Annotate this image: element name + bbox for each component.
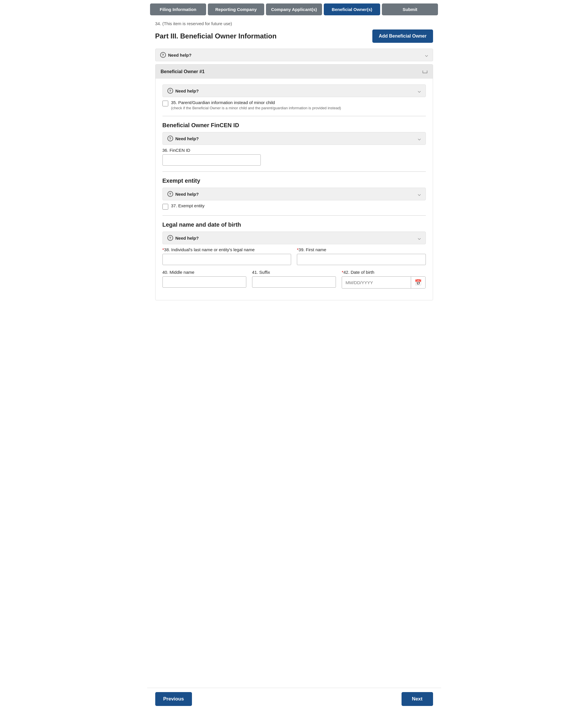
legal-help-icon: ? [167, 235, 173, 241]
beneficial-owner-1-header[interactable]: Beneficial Owner #1 ⌴ [156, 65, 433, 79]
field-42-label: *42. Date of birth [342, 270, 426, 275]
field-38-label: *38. Individual's last name or entity's … [162, 247, 291, 252]
checkbox-37-label[interactable]: 37. Exempt entity [171, 203, 205, 208]
add-beneficial-owner-button[interactable]: Add Beneficial Owner [372, 29, 433, 43]
field-39-group: *39. First name [297, 247, 426, 265]
field-40-input[interactable] [162, 276, 246, 288]
fincen-help-icon: ? [167, 136, 173, 141]
beneficial-owner-1-title: Beneficial Owner #1 [161, 69, 205, 74]
help-label: Need help? [168, 53, 192, 57]
row-40-41-42: 40. Middle name 41. Suffix *42. Date of … [162, 270, 426, 288]
legal-name-title: Legal name and date of birth [162, 221, 426, 228]
exempt-help-label: Need help? [175, 192, 199, 196]
field-36-group: 36. FinCEN ID [162, 148, 426, 166]
nav-tabs: Filing Information Reporting Company Com… [147, 0, 441, 15]
reserved-note: 34. (This item is reserved for future us… [155, 21, 433, 26]
fincen-chevron-down-icon: ⌵ [418, 135, 421, 142]
part-title: Part III. Beneficial Owner Information [155, 32, 277, 40]
legal-help-label: Need help? [175, 236, 199, 240]
field-39-input[interactable] [297, 254, 426, 265]
divider-1 [162, 116, 426, 116]
field-36-input[interactable] [162, 155, 261, 166]
chevron-down-icon: ⌵ [425, 52, 428, 58]
top-help-bar[interactable]: ? Need help? ⌵ [155, 49, 433, 61]
tab-beneficial-owners[interactable]: Beneficial Owner(s) [324, 3, 380, 15]
fincen-help-label: Need help? [175, 136, 199, 141]
divider-3 [162, 215, 426, 216]
fincen-id-section: Beneficial Owner FinCEN ID ? Need help? … [162, 122, 426, 166]
field-40-group: 40. Middle name [162, 270, 246, 288]
beneficial-owner-1-section: Beneficial Owner #1 ⌴ ? Need help? ⌵ 35.… [155, 64, 433, 300]
field-41-group: 41. Suffix [252, 270, 336, 288]
exempt-entity-section: Exempt entity ? Need help? ⌵ 37. Exempt … [162, 178, 426, 210]
field-38-group: *38. Individual's last name or entity's … [162, 247, 291, 265]
tab-company-applicants[interactable]: Company Applicant(s) [266, 3, 322, 15]
legal-chevron-down-icon: ⌵ [418, 235, 421, 241]
field-40-label: 40. Middle name [162, 270, 246, 275]
chevron-up-icon: ⌴ [422, 69, 427, 75]
checkbox-35[interactable] [162, 101, 168, 106]
bo1-help-bar[interactable]: ? Need help? ⌵ [162, 85, 426, 97]
help-icon: ? [160, 52, 166, 58]
bo1-chevron-down-icon: ⌵ [418, 88, 421, 94]
field-41-label: 41. Suffix [252, 270, 336, 275]
tab-filing-information[interactable]: Filing Information [150, 3, 206, 15]
calendar-icon-button[interactable]: 📅 [411, 277, 425, 288]
checkbox-35-hint: (check if the Beneficial Owner is a mino… [171, 106, 341, 110]
exempt-chevron-down-icon: ⌵ [418, 191, 421, 197]
bo1-help-label: Need help? [175, 89, 199, 93]
tab-submit[interactable]: Submit [382, 3, 438, 15]
exempt-entity-title: Exempt entity [162, 178, 426, 184]
field-38-input[interactable] [162, 254, 291, 265]
tab-reporting-company[interactable]: Reporting Company [208, 3, 264, 15]
checkbox-35-label[interactable]: 35. Parent/Guardian information instead … [171, 100, 275, 105]
legal-name-section: Legal name and date of birth ? Need help… [162, 221, 426, 288]
beneficial-owner-1-body: ? Need help? ⌵ 35. Parent/Guardian infor… [156, 79, 433, 300]
row-38-39: *38. Individual's last name or entity's … [162, 247, 426, 265]
main-content: 34. (This item is reserved for future us… [147, 15, 441, 335]
field-42-wrapper: 📅 [342, 276, 426, 288]
legal-help-bar[interactable]: ? Need help? ⌵ [162, 232, 426, 244]
divider-2 [162, 171, 426, 172]
field-41-input[interactable] [252, 276, 336, 288]
part-header: Part III. Beneficial Owner Information A… [155, 29, 433, 43]
field-39-label: *39. First name [297, 247, 426, 252]
exempt-help-icon: ? [167, 191, 173, 197]
field-36-label: 36. FinCEN ID [162, 148, 426, 152]
checkbox-35-row: 35. Parent/Guardian information instead … [162, 100, 426, 110]
field-42-group: *42. Date of birth 📅 [342, 270, 426, 288]
field-42-input[interactable] [342, 277, 411, 288]
checkbox-37[interactable] [162, 204, 168, 210]
exempt-help-bar[interactable]: ? Need help? ⌵ [162, 188, 426, 200]
bo1-help-icon: ? [167, 88, 173, 94]
checkbox-37-row: 37. Exempt entity [162, 203, 426, 210]
fincen-help-bar[interactable]: ? Need help? ⌵ [162, 132, 426, 145]
fincen-id-title: Beneficial Owner FinCEN ID [162, 122, 426, 128]
